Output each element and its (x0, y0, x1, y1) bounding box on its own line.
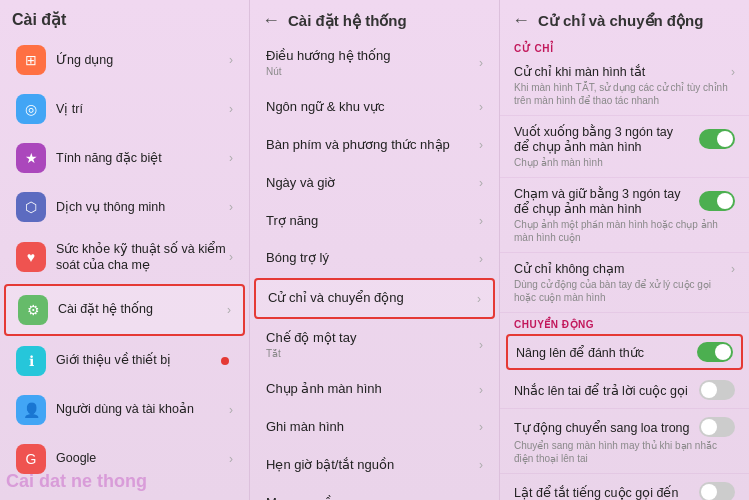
movement-title-nang-len: Nâng lên để đánh thức (516, 345, 697, 360)
gesture-item-cu-chi-tat[interactable]: Cử chỉ khi màn hình tắt›Khi màn hình TẮT… (500, 56, 749, 116)
movement-section-title: CHUYỂN ĐỘNG (500, 313, 749, 332)
menu-item-ung-dung[interactable]: ⊞Ứng dụng› (4, 36, 245, 84)
toggle-vuot-xuong[interactable] (699, 129, 735, 149)
gesture-title-cu-chi-tat: Cử chỉ khi màn hình tắt (514, 64, 731, 79)
menu-icon-vi-tri: ◎ (16, 94, 46, 124)
toggle-lat-de-tat[interactable] (699, 482, 735, 500)
menu-label-ung-dung: Ứng dụng (56, 52, 229, 68)
sys-label-chup-anh: Chụp ảnh màn hình (266, 381, 479, 398)
menu-item-vi-tri[interactable]: ◎Vị trí› (4, 85, 245, 133)
sys-label-menu-nguon: Menu nguồn (266, 495, 479, 500)
sys-label-dieu-huong: Điều hướng hệ thốngNút (266, 48, 479, 78)
panel-gestures: ← Cử chỉ và chuyển động CỬ CHỈCử chỉ khi… (500, 0, 749, 500)
menu-icon-tinh-nang: ★ (16, 143, 46, 173)
sys-item-ngay-gio[interactable]: Ngày và giờ› (254, 165, 495, 202)
menu-label-dich-vu: Dịch vụ thông minh (56, 199, 229, 215)
menu-item-tinh-nang[interactable]: ★Tính năng đặc biệt› (4, 134, 245, 182)
sys-item-tro-nang[interactable]: Trợ năng› (254, 203, 495, 240)
sys-label-ban-phim: Bàn phím và phương thức nhập (266, 137, 479, 154)
menu-label-tinh-nang: Tính năng đặc biệt (56, 150, 229, 166)
panel2-back-arrow[interactable]: ← (262, 10, 280, 31)
sys-item-hen-gio[interactable]: Hẹn giờ bật/tắt nguồn› (254, 447, 495, 484)
chevron-icon-ung-dung: › (229, 53, 233, 67)
toggle-knob-nang-len (715, 344, 731, 360)
toggle-tu-dong[interactable] (699, 417, 735, 437)
movement-desc-tu-dong: Chuyển sang màn hình may thủ khi bạn nhắ… (514, 439, 735, 465)
menu-icon-suc-khoe: ♥ (16, 242, 46, 272)
menu-item-cai-dat[interactable]: ⚙Cài đặt hệ thống› (4, 284, 245, 336)
movement-item-nang-len[interactable]: Nâng lên để đánh thức (506, 334, 743, 370)
chevron-icon-nguoi-dung: › (229, 403, 233, 417)
sys-label-bong-tro-ly: Bóng trợ lý (266, 250, 479, 267)
toggle-knob-tu-dong (701, 419, 717, 435)
gesture-desc-cu-chi-tat: Khi màn hình TẮT, sử dụng các cử chỉ tùy… (514, 81, 735, 107)
chevron-icon-tro-nang: › (479, 214, 483, 228)
movement-item-lat-de-tat[interactable]: Lật để tắt tiếng cuộc gọi đến (500, 474, 749, 500)
panel3-header: ← Cử chỉ và chuyển động (500, 0, 749, 37)
chevron-icon-ban-phim: › (479, 138, 483, 152)
panel2-header: ← Cài đặt hệ thống (250, 0, 499, 37)
sys-item-ghi-man-hinh[interactable]: Ghi màn hình› (254, 409, 495, 446)
chevron-icon-tinh-nang: › (229, 151, 233, 165)
toggle-knob-lat-de-tat (701, 484, 717, 500)
chevron-icon-bong-tro-ly: › (479, 252, 483, 266)
chevron-icon-hen-gio: › (479, 458, 483, 472)
sys-label-che-do: Chế độ một tayTắt (266, 330, 479, 360)
chevron-icon-dich-vu: › (229, 200, 233, 214)
sys-item-che-do[interactable]: Chế độ một tayTắt› (254, 320, 495, 370)
toggle-nhac-len[interactable] (699, 380, 735, 400)
gesture-title-cham-giu: Chạm và giữ bằng 3 ngón tay để chụp ảnh … (514, 186, 699, 216)
toggle-cham-giu[interactable] (699, 191, 735, 211)
sys-item-dieu-huong[interactable]: Điều hướng hệ thốngNút› (254, 38, 495, 88)
menu-icon-cai-dat: ⚙ (18, 295, 48, 325)
menu-icon-nguoi-dung: 👤 (16, 395, 46, 425)
chevron-icon-google: › (229, 452, 233, 466)
menu-icon-dich-vu: ⬡ (16, 192, 46, 222)
toggle-nang-len[interactable] (697, 342, 733, 362)
toggle-knob-cham-giu (717, 193, 733, 209)
menu-item-gioi-thieu[interactable]: ℹGiới thiệu về thiết bị (4, 337, 245, 385)
panel1-title: Cài đặt (0, 0, 249, 35)
menu-item-nguoi-dung[interactable]: 👤Người dùng và tài khoản› (4, 386, 245, 434)
sys-item-ban-phim[interactable]: Bàn phím và phương thức nhập› (254, 127, 495, 164)
chevron-icon-cu-chi-tat: › (731, 65, 735, 79)
panel2-menu-list: Điều hướng hệ thốngNút›Ngôn ngữ & khu vự… (250, 37, 499, 500)
sys-label-tro-nang: Trợ năng (266, 213, 479, 230)
gesture-item-cu-chi-khong-cham[interactable]: Cử chỉ không chạm›Dùng cử động của bàn t… (500, 253, 749, 313)
menu-icon-gioi-thieu: ℹ (16, 346, 46, 376)
toggle-knob-nhac-len (701, 382, 717, 398)
menu-label-cai-dat: Cài đặt hệ thống (58, 301, 227, 317)
gesture-item-cham-giu[interactable]: Chạm và giữ bằng 3 ngón tay để chụp ảnh … (500, 178, 749, 253)
chevron-icon-cai-dat: › (227, 303, 231, 317)
sys-label-ngon-ngu: Ngôn ngữ & khu vực (266, 99, 479, 116)
chevron-icon-cu-chi-khong-cham: › (731, 262, 735, 276)
panel3-menu-list: CỬ CHỈCử chỉ khi màn hình tắt›Khi màn hì… (500, 37, 749, 500)
panel1-menu-list: ⊞Ứng dụng›◎Vị trí›★Tính năng đặc biệt›⬡D… (0, 35, 249, 500)
panel-system-settings: ← Cài đặt hệ thống Điều hướng hệ thốngNú… (250, 0, 500, 500)
menu-label-suc-khoe: Sức khỏe kỹ thuật số và kiểm soát của ch… (56, 241, 229, 274)
gesture-desc-cu-chi-khong-cham: Dùng cử động của bàn tay để xử lý cuộc g… (514, 278, 735, 304)
movement-title-nhac-len: Nhắc lên tai để trả lời cuộc gọi (514, 383, 699, 398)
sys-item-bong-tro-ly[interactable]: Bóng trợ lý› (254, 240, 495, 277)
chevron-icon-suc-khoe: › (229, 250, 233, 264)
sys-label-ngay-gio: Ngày và giờ (266, 175, 479, 192)
chevron-icon-ngon-ngu: › (479, 100, 483, 114)
sys-item-chup-anh[interactable]: Chụp ảnh màn hình› (254, 371, 495, 408)
sys-item-cu-chi[interactable]: Cử chỉ và chuyển động› (254, 278, 495, 319)
sys-item-menu-nguon[interactable]: Menu nguồn› (254, 485, 495, 500)
menu-item-dich-vu[interactable]: ⬡Dịch vụ thông minh› (4, 183, 245, 231)
sys-label-cu-chi: Cử chỉ và chuyển động (268, 290, 477, 307)
chevron-icon-ghi-man-hinh: › (479, 420, 483, 434)
chevron-icon-chup-anh: › (479, 383, 483, 397)
movement-item-nhac-len[interactable]: Nhắc lên tai để trả lời cuộc gọi (500, 372, 749, 409)
menu-icon-ung-dung: ⊞ (16, 45, 46, 75)
movement-item-tu-dong[interactable]: Tự động chuyển sang loa trongChuyển sang… (500, 409, 749, 474)
menu-item-suc-khoe[interactable]: ♥Sức khỏe kỹ thuật số và kiểm soát của c… (4, 232, 245, 283)
sys-item-ngon-ngu[interactable]: Ngôn ngữ & khu vực› (254, 89, 495, 126)
menu-item-google[interactable]: GGoogle› (4, 435, 245, 483)
panel3-back-arrow[interactable]: ← (512, 10, 530, 31)
menu-label-vi-tri: Vị trí (56, 101, 229, 117)
gesture-desc-cham-giu: Chụp ảnh một phần màn hình hoặc chụp ảnh… (514, 218, 735, 244)
chevron-icon-ngay-gio: › (479, 176, 483, 190)
gesture-item-vuot-xuong[interactable]: Vuốt xuống bằng 3 ngón tay để chụp ảnh m… (500, 116, 749, 178)
